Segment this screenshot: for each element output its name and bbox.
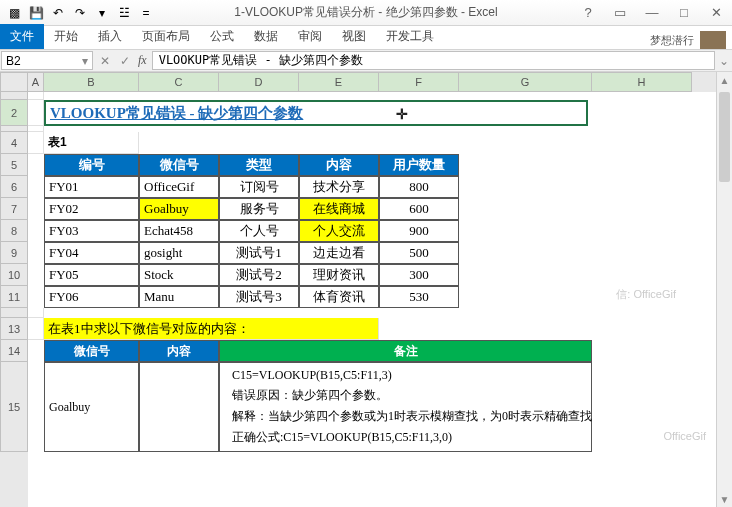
table-cell[interactable]: gosight (139, 242, 219, 264)
row-header-15[interactable]: 15 (0, 362, 28, 452)
col-header-G[interactable]: G (459, 72, 592, 92)
table-cell[interactable]: FY06 (44, 286, 139, 308)
section-label[interactable]: 在表1中求以下微信号对应的内容： (44, 318, 379, 340)
col-header-C[interactable]: C (139, 72, 219, 92)
table-cell[interactable]: 500 (379, 242, 459, 264)
col-header-D[interactable]: D (219, 72, 299, 92)
table-cell[interactable]: Manu (139, 286, 219, 308)
row-header-4[interactable]: 4 (0, 132, 28, 154)
select-all-corner[interactable] (0, 72, 28, 92)
table-cell[interactable]: 800 (379, 176, 459, 198)
table-cell[interactable]: FY01 (44, 176, 139, 198)
row-header-14[interactable]: 14 (0, 340, 28, 362)
table2-header[interactable]: 微信号 (44, 340, 139, 362)
scroll-thumb[interactable] (719, 92, 730, 182)
name-box-dropdown-icon[interactable]: ▾ (82, 54, 88, 68)
notes-cell[interactable]: C15=VLOOKUP(B15,C5:F11,3) 错误原因：缺少第四个参数。 … (219, 362, 592, 452)
table1-header[interactable]: 微信号 (139, 154, 219, 176)
table-cell[interactable]: 600 (379, 198, 459, 220)
col-header-B[interactable]: B (44, 72, 139, 92)
scroll-down-icon[interactable]: ▼ (717, 491, 732, 507)
table-cell[interactable]: 测试号3 (219, 286, 299, 308)
tab-layout[interactable]: 页面布局 (132, 24, 200, 49)
table2-header[interactable]: 备注 (219, 340, 592, 362)
table1-header[interactable]: 用户数量 (379, 154, 459, 176)
table-cell[interactable]: FY03 (44, 220, 139, 242)
table-cell[interactable]: 900 (379, 220, 459, 242)
table-cell[interactable]: Echat458 (139, 220, 219, 242)
table-cell[interactable]: FY05 (44, 264, 139, 286)
lookup-value-cell[interactable]: Goalbuy (44, 362, 139, 452)
qat-customize-icon[interactable]: = (136, 3, 156, 23)
formula-expand-icon[interactable]: ⌄ (716, 50, 732, 71)
table-cell[interactable]: 技术分享 (299, 176, 379, 198)
vertical-scrollbar[interactable]: ▲ ▼ (716, 72, 732, 507)
row-header-7[interactable]: 7 (0, 198, 28, 220)
name-box[interactable]: B2 ▾ (1, 51, 93, 70)
tab-view[interactable]: 视图 (332, 24, 376, 49)
table-cell[interactable]: 体育资讯 (299, 286, 379, 308)
table-cell[interactable]: FY04 (44, 242, 139, 264)
table-cell[interactable]: 测试号1 (219, 242, 299, 264)
row-header-6[interactable]: 6 (0, 176, 28, 198)
redo-icon[interactable]: ↷ (70, 3, 90, 23)
row-header-13[interactable]: 13 (0, 318, 28, 340)
row-header-9[interactable]: 9 (0, 242, 28, 264)
table-cell[interactable]: 边走边看 (299, 242, 379, 264)
tab-dev[interactable]: 开发工具 (376, 24, 444, 49)
tab-file[interactable]: 文件 (0, 24, 44, 49)
row-header-1[interactable] (0, 92, 28, 100)
row-header-5[interactable]: 5 (0, 154, 28, 176)
help-icon[interactable]: ? (576, 4, 600, 22)
qat-extra-icon[interactable]: ☳ (114, 3, 134, 23)
user-name[interactable]: 梦想潜行 (650, 33, 694, 48)
cancel-formula-icon[interactable]: ✕ (98, 54, 112, 68)
table-cell[interactable]: FY02 (44, 198, 139, 220)
tab-data[interactable]: 数据 (244, 24, 288, 49)
col-header-A[interactable]: A (28, 72, 44, 92)
row-header-11[interactable]: 11 (0, 286, 28, 308)
cell-title[interactable]: VLOOKUP常见错误 - 缺少第四个参数 ✛ (44, 100, 588, 126)
tab-insert[interactable]: 插入 (88, 24, 132, 49)
table-cell[interactable]: 服务号 (219, 198, 299, 220)
tab-review[interactable]: 审阅 (288, 24, 332, 49)
tab-formula[interactable]: 公式 (200, 24, 244, 49)
close-icon[interactable]: ✕ (704, 4, 728, 22)
col-header-H[interactable]: H (592, 72, 692, 92)
row-header-12[interactable] (0, 308, 28, 318)
table-cell[interactable]: 测试号2 (219, 264, 299, 286)
fx-icon[interactable]: fx (138, 53, 147, 68)
undo-icon[interactable]: ↶ (48, 3, 68, 23)
table-cell[interactable]: 300 (379, 264, 459, 286)
ribbon-display-icon[interactable]: ▭ (608, 4, 632, 22)
table-cell[interactable]: OfficeGif (139, 176, 219, 198)
table-cell[interactable]: 订阅号 (219, 176, 299, 198)
avatar[interactable] (700, 31, 726, 49)
table-cell[interactable]: 在线商城 (299, 198, 379, 220)
table-cell[interactable]: 理财资讯 (299, 264, 379, 286)
qat-more-icon[interactable]: ▾ (92, 3, 112, 23)
table1-header[interactable]: 内容 (299, 154, 379, 176)
maximize-icon[interactable]: □ (672, 4, 696, 22)
table-cell[interactable]: Stock (139, 264, 219, 286)
col-header-F[interactable]: F (379, 72, 459, 92)
enter-formula-icon[interactable]: ✓ (118, 54, 132, 68)
table-cell[interactable]: 个人号 (219, 220, 299, 242)
scroll-up-icon[interactable]: ▲ (717, 72, 732, 88)
row-header-10[interactable]: 10 (0, 264, 28, 286)
minimize-icon[interactable]: — (640, 4, 664, 22)
table-cell[interactable]: Goalbuy (139, 198, 219, 220)
tab-home[interactable]: 开始 (44, 24, 88, 49)
table-cell[interactable]: 530 (379, 286, 459, 308)
table-cell[interactable]: 个人交流 (299, 220, 379, 242)
table2-header[interactable]: 内容 (139, 340, 219, 362)
cell-table1-label[interactable]: 表1 (44, 132, 139, 154)
row-header-8[interactable]: 8 (0, 220, 28, 242)
row-header-2[interactable]: 2 (0, 100, 28, 126)
result-cell[interactable] (139, 362, 219, 452)
formula-bar[interactable]: VLOOKUP常见错误 - 缺少第四个参数 (152, 51, 715, 70)
cell-grid[interactable]: VLOOKUP常见错误 - 缺少第四个参数 ✛ 表1 编号 微信号 类型 内容 … (28, 92, 716, 452)
col-header-E[interactable]: E (299, 72, 379, 92)
table1-header[interactable]: 类型 (219, 154, 299, 176)
table1-header[interactable]: 编号 (44, 154, 139, 176)
